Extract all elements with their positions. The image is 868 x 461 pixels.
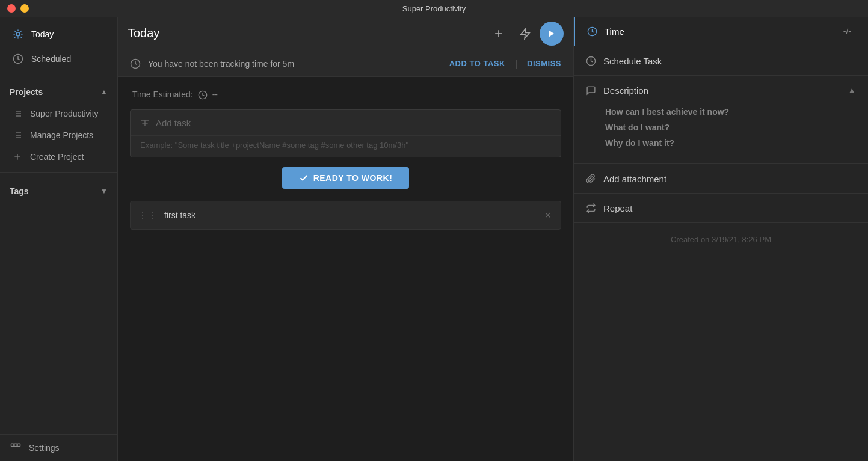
main-header: Today — [118, 17, 573, 50]
ready-btn-row: READY TO WORK! — [130, 167, 561, 189]
time-clock-icon — [198, 89, 208, 100]
time-panel-title: Time — [605, 26, 836, 37]
add-task-input[interactable] — [156, 118, 551, 128]
created-at: Created on 3/19/21, 8:26 PM — [574, 223, 868, 256]
description-panel-section: Description ▲ How can I best achieve it … — [574, 76, 868, 164]
today-icon — [12, 28, 24, 40]
drag-handle-icon[interactable]: ⋮⋮ — [138, 210, 157, 221]
attachment-panel-section: Add attachment — [574, 164, 868, 194]
time-panel-value: -/- — [843, 26, 851, 36]
repeat-panel-section: Repeat — [574, 194, 868, 223]
sidebar-item-create-project[interactable]: Create Project — [0, 146, 117, 168]
create-project-icon — [12, 151, 23, 162]
titlebar: Super Productivity — [0, 0, 868, 17]
projects-chevron-icon: ▲ — [100, 88, 108, 96]
tags-label: Tags — [10, 186, 29, 196]
super-productivity-label: Super Productivity — [30, 109, 99, 118]
minimize-button[interactable] — [20, 4, 29, 13]
svg-line-6 — [20, 37, 22, 38]
projects-header[interactable]: Projects ▲ — [0, 81, 117, 103]
sidebar-section-projects: Projects ▲ Super Product — [0, 81, 117, 168]
manage-projects-icon — [12, 130, 23, 141]
description-content: How can I best achieve it now? What do I… — [574, 105, 868, 163]
sidebar-divider-1 — [0, 76, 117, 76]
attachment-panel-icon — [586, 172, 596, 185]
sidebar-scheduled-label: Scheduled — [31, 54, 71, 64]
project-list-icon — [12, 108, 23, 119]
task-area: Time Estimated: -- — [118, 77, 573, 461]
repeat-panel-icon — [586, 202, 596, 214]
close-button[interactable] — [7, 4, 16, 13]
play-button[interactable] — [540, 22, 564, 46]
sidebar: Today Scheduled Projects ▲ — [0, 17, 118, 461]
create-project-label: Create Project — [30, 152, 84, 162]
manage-projects-label: Manage Projects — [30, 130, 93, 140]
sidebar-item-super-productivity[interactable]: Super Productivity — [0, 103, 117, 124]
header-actions — [487, 22, 564, 46]
sidebar-section-tags: Tags ▼ — [0, 178, 117, 204]
schedule-section-header[interactable]: Schedule Task — [574, 46, 868, 75]
projects-label: Projects — [10, 87, 43, 97]
svg-rect-26 — [17, 444, 20, 447]
task-name: first task — [164, 210, 542, 220]
add-task-hint: Example: "Some task title +projectName #… — [131, 135, 561, 157]
description-prompt-3: Why do I want it? — [605, 138, 856, 148]
attachment-panel-title: Add attachment — [603, 174, 856, 184]
add-task-row — [131, 110, 561, 135]
time-estimated-label: Time Estimated: — [132, 90, 193, 99]
svg-marker-30 — [549, 30, 554, 37]
right-panel: Time -/- Schedule Task — [573, 17, 868, 461]
svg-marker-29 — [521, 28, 530, 38]
table-row: ⋮⋮ first task × — [130, 201, 561, 230]
tags-chevron-icon: ▼ — [100, 187, 108, 195]
svg-rect-24 — [11, 444, 14, 447]
task-list: ⋮⋮ first task × — [130, 201, 561, 230]
time-panel-section: Time -/- — [574, 17, 868, 46]
main-content: Today — [118, 17, 573, 461]
main-header-title: Today — [128, 26, 487, 40]
description-panel-icon — [586, 84, 596, 96]
settings-icon — [10, 442, 22, 454]
flash-button[interactable] — [513, 22, 537, 46]
settings-label: Settings — [29, 443, 60, 453]
repeat-section-header[interactable]: Repeat — [574, 194, 868, 222]
sidebar-bottom: Settings — [0, 434, 117, 461]
svg-line-7 — [14, 37, 16, 38]
time-panel-icon — [587, 25, 597, 37]
svg-line-8 — [20, 31, 22, 32]
attachment-section-header[interactable]: Add attachment — [574, 164, 868, 193]
description-prompt-1: How can I best achieve it now? — [605, 107, 856, 117]
sidebar-item-scheduled[interactable]: Scheduled — [2, 47, 115, 71]
description-panel-title: Description — [603, 85, 840, 96]
svg-point-0 — [16, 32, 20, 36]
add-button[interactable] — [487, 22, 511, 46]
repeat-panel-title: Repeat — [603, 203, 856, 213]
notification-message: You have not been tracking time for 5m — [148, 59, 442, 69]
description-chevron-icon: ▲ — [848, 85, 856, 95]
window-controls — [7, 4, 29, 13]
schedule-panel-section: Schedule Task — [574, 46, 868, 76]
description-section-header[interactable]: Description ▲ — [574, 76, 868, 105]
description-prompt-2: What do I want? — [605, 123, 856, 132]
sidebar-nav: Today Scheduled Projects ▲ — [0, 17, 117, 209]
schedule-panel-title: Schedule Task — [603, 56, 856, 66]
tags-header[interactable]: Tags ▼ — [0, 180, 117, 202]
task-close-button[interactable]: × — [542, 207, 553, 224]
timer-icon — [130, 58, 141, 69]
time-section-header[interactable]: Time -/- — [575, 17, 868, 46]
sidebar-item-manage-projects[interactable]: Manage Projects — [0, 124, 117, 146]
app-title: Super Productivity — [402, 4, 466, 13]
time-value: -- — [212, 90, 218, 99]
svg-line-5 — [14, 31, 16, 32]
scheduled-icon — [12, 53, 24, 65]
time-estimate-row: Time Estimated: -- — [130, 89, 561, 100]
dismiss-button[interactable]: DISMISS — [527, 59, 561, 68]
sidebar-item-today[interactable]: Today — [2, 22, 115, 46]
add-task-container: Example: "Some task title +projectName #… — [130, 109, 561, 157]
add-to-task-button[interactable]: ADD TO TASK — [449, 59, 505, 68]
sidebar-today-label: Today — [31, 29, 54, 39]
sidebar-item-settings[interactable]: Settings — [0, 435, 117, 461]
notification-bar: You have not been tracking time for 5m A… — [118, 50, 573, 77]
svg-rect-25 — [14, 444, 17, 447]
ready-to-work-button[interactable]: READY TO WORK! — [282, 167, 410, 189]
